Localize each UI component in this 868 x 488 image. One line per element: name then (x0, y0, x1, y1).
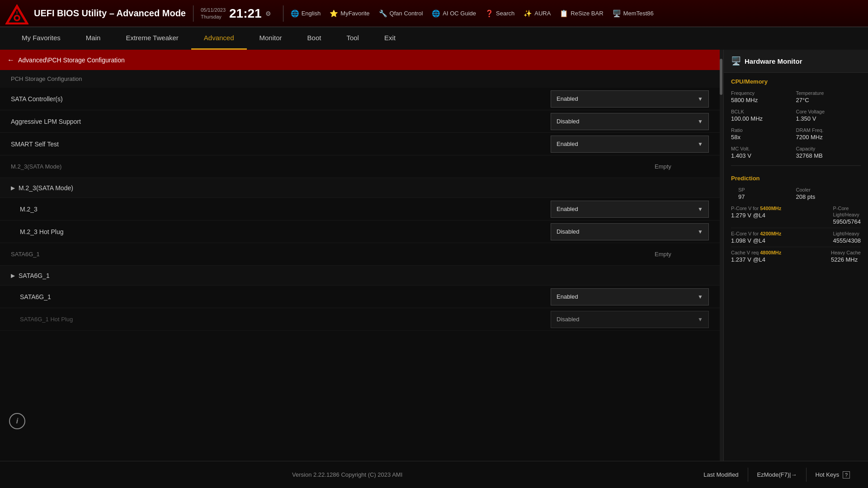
sata6g1-row: SATA6G_1 Enabled ▼ (0, 286, 720, 308)
info-button[interactable]: i (9, 413, 25, 429)
m2-3-hotplug-label: M.2_3 Hot Plug (11, 228, 551, 235)
temperature-value: 27°C (796, 97, 861, 103)
hot-keys-button[interactable]: Hot Keys ? (807, 468, 859, 482)
dropdown-arrow-icon: ▼ (698, 141, 703, 147)
tab-main[interactable]: Main (73, 27, 113, 50)
core-voltage-value: 1.350 V (796, 115, 861, 122)
cooler-value: 208 pts (796, 193, 854, 200)
mc-volt-value: 1.403 V (731, 152, 796, 159)
capacity-stat: Capacity 32768 MB (796, 143, 861, 162)
pcore-v-value: 1.279 V @L4 (731, 212, 781, 219)
m2-3-hotplug-dropdown[interactable]: Disabled ▼ (551, 223, 709, 240)
content-area: ← Advanced\PCH Storage Configuration PCH… (0, 50, 720, 461)
cooler-label: Cooler (796, 187, 854, 192)
tab-tool[interactable]: Tool (334, 27, 372, 50)
pcore-lh-label: P-Core (833, 206, 861, 211)
pcore-v-row: P-Core V for 5400MHz 1.279 V @L4 P-Core … (731, 206, 861, 225)
heavy-cache-value: 5226 MHz (831, 256, 861, 263)
tool-aura[interactable]: ✨ AURA (524, 9, 551, 18)
dropdown-arrow-icon: ▼ (698, 316, 703, 323)
tool-search[interactable]: ❓ Search (485, 9, 514, 18)
sata6g1-info-value: Empty (655, 251, 709, 258)
tab-monitor[interactable]: Monitor (247, 27, 295, 50)
ai-icon: 🌐 (432, 9, 440, 18)
breadcrumb-path: Advanced\PCH Storage Configuration (18, 56, 125, 64)
frequency-stat: Frequency 5800 MHz (731, 88, 796, 106)
bclk-value: 100.00 MHz (731, 115, 796, 122)
ratio-value: 58x (731, 134, 796, 141)
settings-icon[interactable]: ⚙ (265, 10, 271, 17)
m2-3-group-label: M.2_3(SATA Mode) (19, 184, 73, 192)
nav-tabs: My Favorites Main Extreme Tweaker Advanc… (0, 27, 868, 50)
heavy-cache-label: Heavy Cache (831, 250, 861, 255)
dram-freq-label: DRAM Freq. (796, 127, 861, 133)
aggressive-lpm-row: Aggressive LPM Support Disabled ▼ (0, 110, 720, 133)
expand-arrow-icon: ▶ (11, 185, 15, 191)
sata-controllers-dropdown[interactable]: Enabled ▼ (551, 90, 709, 108)
core-voltage-stat: Core Voltage 1.350 V (796, 106, 861, 125)
aggressive-lpm-dropdown[interactable]: Disabled ▼ (551, 113, 709, 130)
tab-advanced[interactable]: Advanced (191, 27, 247, 50)
cache-v-block: Cache V req 4800MHz 1.237 V @L4 Heavy Ca… (731, 247, 861, 266)
cache-v-freq: 4800MHz (760, 250, 781, 255)
sp-label: SP (738, 187, 796, 192)
tab-exit[interactable]: Exit (372, 27, 408, 50)
cpu-memory-grid: Frequency 5800 MHz Temperature 27°C BCLK… (724, 88, 868, 162)
back-button[interactable]: ← (7, 56, 14, 64)
cache-v-row: Cache V req 4800MHz 1.237 V @L4 Heavy Ca… (731, 250, 861, 263)
m2-3-hotplug-row: M.2_3 Hot Plug Disabled ▼ (0, 221, 720, 243)
tab-favorites[interactable]: My Favorites (9, 27, 73, 50)
tool-myfavorite[interactable]: ⭐ MyFavorite (330, 9, 369, 18)
footer-actions: Last Modified EzMode(F7)|→ Hot Keys ? (694, 468, 859, 482)
sata6g1-hotplug-dropdown[interactable]: Disabled ▼ (551, 311, 709, 328)
svg-point-3 (15, 16, 19, 19)
section-header: PCH Storage Configuration (0, 70, 720, 88)
bclk-stat: BCLK 100.00 MHz (731, 106, 796, 125)
frequency-value: 5800 MHz (731, 97, 796, 103)
smart-self-test-label: SMART Self Test (11, 141, 551, 148)
sata6g1-label: SATA6G_1 (11, 293, 551, 300)
m2-3-sata-info-row: M.2_3(SATA Mode) Empty (0, 155, 720, 178)
pcore-lh-value: 5950/5764 (833, 218, 861, 225)
ratio-label: Ratio (731, 127, 796, 133)
globe-icon: 🌐 (291, 9, 299, 18)
m2-3-label: M.2_3 (11, 206, 551, 213)
smart-self-test-row: SMART Self Test Enabled ▼ (0, 133, 720, 155)
header-top: UEFI BIOS Utility – Advanced Mode 05/11/… (0, 0, 868, 27)
ecore-v-label: E-Core V for 4200MHz (731, 231, 781, 236)
tab-extreme-tweaker[interactable]: Extreme Tweaker (113, 27, 191, 50)
search-icon: ❓ (485, 9, 494, 18)
tool-resizebar[interactable]: 📋 ReSize BAR (560, 9, 603, 18)
scrollbar[interactable] (720, 50, 723, 461)
pcore-v-label: P-Core V for 5400MHz (731, 206, 781, 211)
tool-memtest[interactable]: 🖥️ MemTest86 (613, 9, 654, 18)
temperature-label: Temperature (796, 90, 861, 96)
last-modified-button[interactable]: Last Modified (694, 468, 748, 482)
m2-3-sata-label: M.2_3(SATA Mode) (11, 163, 655, 170)
scroll-thumb (720, 59, 722, 95)
ezmode-button[interactable]: EzMode(F7)|→ (748, 468, 807, 482)
footer-version: Version 2.22.1286 Copyright (C) 2023 AMI (0, 471, 694, 478)
ratio-stat: Ratio 58x (731, 125, 796, 143)
prediction-block: SP 97 Cooler 208 pts P-Core V for 5400MH… (724, 184, 868, 266)
pcore-lh-sublabel: Light/Heavy (833, 212, 861, 217)
m2-3-group-header[interactable]: ▶ M.2_3(SATA Mode) (0, 178, 720, 198)
mc-volt-label: MC Volt. (731, 146, 796, 151)
sata6g1-dropdown[interactable]: Enabled ▼ (551, 288, 709, 305)
ecore-lh-value: 4555/4308 (833, 237, 861, 244)
smart-self-test-dropdown[interactable]: Enabled ▼ (551, 136, 709, 153)
m2-3-dropdown[interactable]: Enabled ▼ (551, 201, 709, 218)
tab-boot[interactable]: Boot (295, 27, 334, 50)
sata6g1-hotplug-row: SATA6G_1 Hot Plug Disabled ▼ (0, 308, 720, 331)
tool-english[interactable]: 🌐 English (291, 9, 321, 18)
ecore-v-block: E-Core V for 4200MHz 1.098 V @L4 Light/H… (731, 228, 861, 247)
sata6g1-group-header[interactable]: ▶ SATA6G_1 (0, 266, 720, 286)
dropdown-arrow-icon: ▼ (698, 96, 703, 102)
capacity-value: 32768 MB (796, 152, 861, 159)
sata-controllers-label: SATA Controller(s) (11, 95, 551, 103)
tool-aioc[interactable]: 🌐 AI OC Guide (432, 9, 476, 18)
tool-qfan[interactable]: 🔧 Qfan Control (379, 9, 423, 18)
sata6g1-info-label: SATA6G_1 (11, 251, 655, 258)
ecore-v-row: E-Core V for 4200MHz 1.098 V @L4 Light/H… (731, 231, 861, 244)
core-voltage-label: Core Voltage (796, 109, 861, 114)
